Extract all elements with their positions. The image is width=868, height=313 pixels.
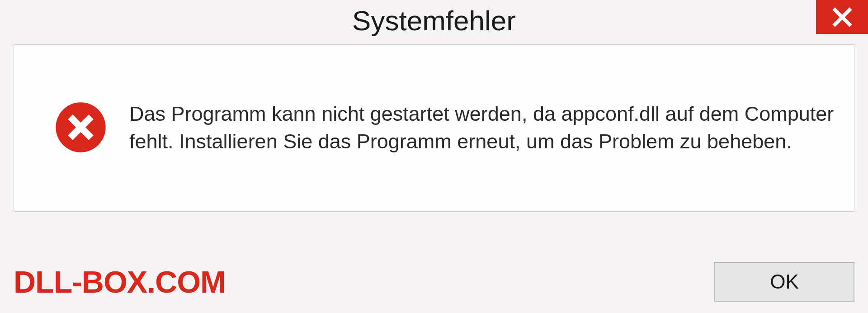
error-message: Das Programm kann nicht gestartet werden…: [129, 100, 836, 156]
dialog-title: Systemfehler: [352, 5, 516, 37]
watermark-text: DLL-BOX.COM: [14, 264, 226, 299]
close-button[interactable]: [816, 0, 868, 34]
footer: DLL-BOX.COM OK: [14, 262, 854, 302]
ok-button[interactable]: OK: [714, 262, 854, 302]
titlebar: Systemfehler: [0, 0, 868, 41]
content-area: Das Programm kann nicht gestartet werden…: [14, 44, 854, 212]
close-icon: [831, 6, 853, 28]
error-icon: [55, 101, 107, 155]
error-dialog: Systemfehler Das Programm kann nicht ges…: [0, 0, 868, 313]
